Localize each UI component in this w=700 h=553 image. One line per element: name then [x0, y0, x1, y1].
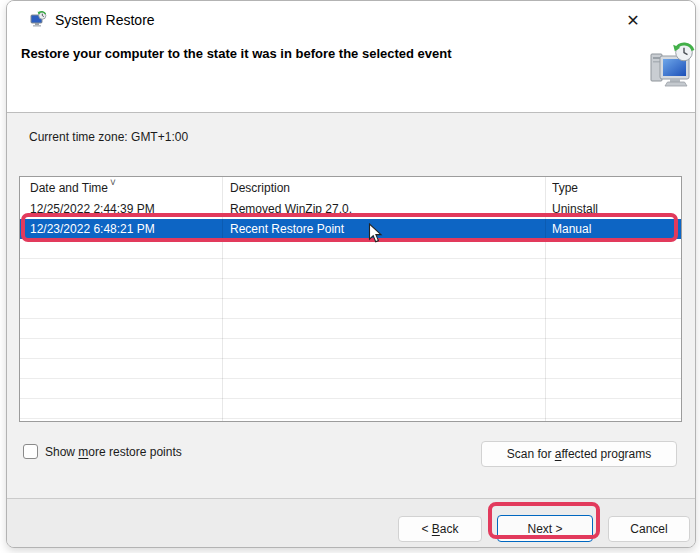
next-button[interactable]: Next >: [497, 515, 593, 542]
table-row-restore-point-selected[interactable]: 12/23/2022 6:48:21 PM Recent Restore Poi…: [20, 219, 681, 239]
column-header-date-label: Date and Time: [30, 181, 108, 195]
show-more-label-part: Show: [45, 445, 78, 459]
column-divider: [222, 177, 223, 421]
close-icon[interactable]: ✕: [620, 8, 646, 34]
back-button-label-mnemonic: B: [432, 522, 440, 536]
mouse-cursor: [368, 223, 383, 244]
empty-rows-area: [20, 239, 681, 421]
restore-points-table: Date and Time˅ Description Type 12/25/20…: [19, 176, 682, 422]
table-header: Date and Time˅ Description Type: [20, 177, 681, 199]
cell-description: Removed WinZip 27.0.: [230, 199, 540, 219]
cancel-button[interactable]: Cancel: [608, 516, 690, 542]
show-more-label-mnemonic: m: [78, 445, 88, 459]
scan-button-label-part: Scan for: [507, 447, 555, 461]
system-restore-icon: [30, 11, 47, 28]
show-more-label[interactable]: Show more restore points: [45, 445, 182, 459]
system-restore-dialog: System Restore ✕ Restore your computer t…: [6, 0, 696, 548]
cell-description: Recent Restore Point: [230, 219, 540, 239]
sort-ascending-icon: ˅: [110, 177, 116, 194]
column-header-description[interactable]: Description: [230, 177, 540, 199]
back-button-label-part: <: [421, 522, 431, 536]
column-divider: [545, 177, 546, 421]
column-header-date[interactable]: Date and Time˅: [30, 177, 218, 200]
back-button-label-part: ack: [440, 522, 459, 536]
show-more-checkbox[interactable]: [23, 444, 38, 459]
instruction-text: Restore your computer to the state it wa…: [21, 46, 452, 61]
cell-type: Manual: [552, 219, 677, 239]
scan-affected-programs-button[interactable]: Scan for affected programs: [481, 441, 677, 467]
window-title: System Restore: [55, 12, 155, 28]
cell-date: 12/25/2022 2:44:39 PM: [30, 199, 218, 219]
banner: Restore your computer to the state it wa…: [7, 41, 695, 113]
footer: < Back Next > Cancel: [7, 498, 695, 547]
back-button[interactable]: < Back: [398, 516, 482, 542]
timezone-label: Current time zone: GMT+1:00: [29, 130, 188, 144]
column-header-type[interactable]: Type: [552, 177, 677, 199]
screenshot-canvas: System Restore ✕ Restore your computer t…: [0, 0, 700, 553]
show-more-label-part: ore restore points: [88, 445, 181, 459]
cell-type: Uninstall: [552, 199, 677, 219]
table-row-restore-point[interactable]: 12/25/2022 2:44:39 PM Removed WinZip 27.…: [20, 199, 681, 219]
title-bar: System Restore ✕: [7, 1, 695, 41]
system-restore-illustration-icon: [648, 41, 696, 91]
cell-date: 12/23/2022 6:48:21 PM: [30, 219, 218, 239]
scan-button-label-part: ffected programs: [561, 447, 651, 461]
